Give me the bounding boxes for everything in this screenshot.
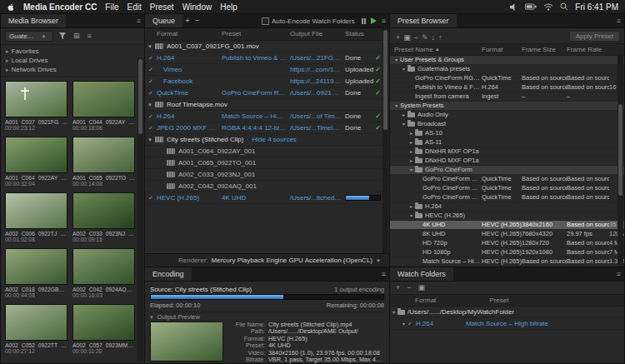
media-item[interactable]: A002_C052_0922TT_001 00:00:27:12: [5, 304, 68, 356]
output-file-link[interactable]: /Users/...itched Clip).mp4: [290, 192, 345, 203]
preset-row[interactable]: HD 1080p HEVC (H.265) 1920x1080 Based on…: [390, 248, 624, 257]
preset-row[interactable]: ▾Broadcast: [390, 120, 624, 129]
video-thumbnail[interactable]: [72, 137, 135, 173]
preset-row[interactable]: Publish to Vimeo & Facebook H.264 Based …: [390, 83, 624, 92]
preset-row[interactable]: HD 720p HEVC (H.265) 1280x720 Based on s…: [390, 239, 624, 248]
renderer-dropdown[interactable]: Mercury Playback Engine GPU Acceleration…: [212, 257, 372, 264]
preset-row[interactable]: ▾User Presets & Groups: [390, 56, 624, 65]
panel-menu-icon[interactable]: ≡: [617, 270, 621, 278]
tab-watch-folders[interactable]: Watch Folders: [390, 267, 453, 281]
menu-file[interactable]: File: [105, 2, 118, 12]
grid-view-icon[interactable]: ⊞: [72, 32, 82, 40]
preset-link[interactable]: Match Source – High bitrate: [466, 320, 548, 327]
queue-scrollbar[interactable]: [382, 28, 388, 253]
media-item[interactable]: A001_C037_0921FG_001 00:00:23:12: [5, 81, 68, 132]
remove-source-button[interactable]: −: [192, 17, 202, 25]
chevron-down-icon[interactable]: ▾: [400, 321, 408, 327]
panel-menu-icon[interactable]: ≡: [382, 270, 386, 278]
media-item[interactable]: A002_C042_0924AQ_001 00:00:16:03: [72, 248, 135, 300]
scrollbar-thumb[interactable]: [618, 104, 622, 196]
queue-source-row[interactable]: ▾ Roof Timelapse.mov: [145, 99, 389, 111]
preset-row[interactable]: ▸AS-10: [390, 129, 624, 138]
queue-subsource-row[interactable]: A002_C033_0923NJ_001: [145, 169, 389, 181]
queue-source-row[interactable]: ▾ A001_C037_0921FG_001.mov: [145, 41, 389, 52]
column-frame-size[interactable]: Frame Size: [522, 44, 567, 55]
chevron-down-icon[interactable]: ▾: [145, 43, 155, 50]
wifi-icon[interactable]: [543, 3, 553, 11]
preset-row[interactable]: GoPro CineForm RGB 12-bit with alpha Qui…: [390, 175, 624, 184]
output-enabled-check[interactable]: ✓: [148, 67, 153, 72]
preset-row[interactable]: ▸DNxHD MXF OP1a: [390, 157, 624, 166]
tree-item-network-drives[interactable]: ▸Network Drives: [1, 65, 144, 74]
tab-preset-browser[interactable]: Preset Browser: [390, 14, 457, 27]
tab-encoding[interactable]: Encoding: [145, 267, 192, 281]
queue-output-row[interactable]: ✓ Vimeo https://...com/184066142 Uploade…: [145, 64, 389, 76]
chevron-down-icon[interactable]: ▾: [390, 309, 398, 315]
list-view-icon[interactable]: ≡: [86, 32, 93, 40]
output-file-link[interactable]: /Users/...of Timelapse.mp4: [290, 111, 345, 122]
filter-icon[interactable]: [58, 32, 68, 41]
media-item[interactable]: A002_C033_0923NJ_001 00:00:09:15: [72, 192, 135, 244]
output-enabled-check[interactable]: ✓: [148, 55, 153, 61]
preset-row[interactable]: 4K UHD HEVC (H.265) 3840x2160 Based on s…: [390, 221, 624, 230]
preset-row[interactable]: ▾Guatemala presets: [390, 65, 624, 74]
battery-icon[interactable]: [525, 3, 537, 10]
chevron-down-icon[interactable]: ▾: [408, 166, 415, 174]
preset-row[interactable]: GoPro CineForm YUV 10-bit QuickTime Base…: [390, 193, 624, 202]
preset-row[interactable]: 8K UHD HEVC (H.265) 7680x4320 29.97 fps …: [390, 230, 624, 239]
video-thumbnail[interactable]: [72, 248, 135, 285]
media-item[interactable]: A002_C018_0922GB_001 00:00:44:08: [5, 248, 68, 300]
format-link[interactable]: HEVC (H.265): [157, 192, 222, 203]
queue-subsource-row[interactable]: A001_C065_0922TO_001: [145, 157, 389, 169]
panel-menu-icon[interactable]: ≡: [137, 17, 141, 25]
tree-item-favorites[interactable]: ▸Favorites: [1, 47, 144, 56]
column-preset[interactable]: Preset: [489, 295, 508, 306]
chevron-right-icon[interactable]: ▸: [400, 111, 408, 119]
format-link[interactable]: H.264: [416, 320, 466, 327]
column-frame-rate[interactable]: Frame Rate: [567, 44, 609, 55]
output-enabled-check[interactable]: ✓: [148, 90, 153, 96]
output-enabled-check[interactable]: ✓: [148, 195, 153, 201]
queue-output-row[interactable]: ✓ QuickTime GoPro CineForm RGB 12-... /U…: [145, 87, 389, 99]
media-browser-scrollbar[interactable]: [138, 57, 143, 362]
video-thumbnail[interactable]: [5, 304, 68, 341]
output-enabled-check[interactable]: ✓: [148, 78, 153, 84]
media-item[interactable]: A001_C044_0922AY_001 00:00:18:06: [72, 81, 135, 132]
search-icon[interactable]: [560, 2, 568, 11]
tab-queue[interactable]: Queue: [145, 14, 182, 27]
output-file-link[interactable]: /Users/...0921FG_001.mov: [290, 87, 345, 98]
start-queue-button[interactable]: [371, 17, 377, 24]
hide-sources-link[interactable]: Hide 4 sources: [252, 136, 296, 143]
delete-preset-icon[interactable]: −: [412, 33, 420, 42]
new-group-icon[interactable]: ▣: [402, 33, 412, 42]
format-link[interactable]: Facebook: [157, 76, 222, 87]
tab-media-browser[interactable]: Media Browser: [1, 14, 66, 27]
format-link[interactable]: H.264: [157, 52, 222, 63]
preset-row[interactable]: ▸Audio Only: [390, 111, 624, 120]
output-enabled-check[interactable]: ✓: [148, 113, 153, 119]
apply-preset-button[interactable]: Apply Preset: [569, 31, 620, 42]
video-thumbnail[interactable]: [5, 192, 68, 229]
export-preset-icon[interactable]: ↑: [437, 33, 444, 42]
queue-output-row[interactable]: ✓ Facebook https://...24119614602283 Upl…: [145, 76, 389, 87]
preset-row[interactable]: GoPro CineForm RGB 12-bit QuickTime Base…: [390, 184, 624, 193]
scrollbar-thumb[interactable]: [138, 59, 142, 134]
media-item[interactable]: A001_C064_0922AY_001 00:00:32:04: [5, 137, 68, 188]
chevron-down-icon[interactable]: ▾: [392, 102, 400, 110]
output-file-link[interactable]: /Users/...21FG_001_1.mp4: [290, 52, 345, 63]
output-enabled-check[interactable]: ✓: [148, 125, 153, 131]
add-watch-folder-icon[interactable]: +: [394, 284, 402, 292]
video-thumbnail[interactable]: [5, 137, 68, 173]
format-link[interactable]: QuickTime: [157, 87, 222, 98]
queue-subsource-row[interactable]: A001_C064_0922AY_001: [145, 146, 389, 157]
pause-queue-button[interactable]: [362, 18, 366, 24]
preset-row[interactable]: ▾System Presets: [390, 102, 624, 111]
queue-output-row[interactable]: ✓ H.264 Publish to Vimeo & Face... /User…: [145, 52, 389, 64]
column-output-file[interactable]: Output File: [290, 28, 345, 40]
chevron-right-icon[interactable]: ▸: [408, 157, 415, 165]
output-enabled-check[interactable]: ✓: [408, 321, 412, 327]
preset-row[interactable]: GoPro CineForm RGB 12-bit with alpha (Al…: [390, 74, 624, 83]
remove-watch-folder-icon[interactable]: −: [405, 284, 412, 292]
queue-source-row[interactable]: ▾ City streets (Stitched Clip) Hide 4 so…: [145, 134, 389, 146]
column-format[interactable]: Format: [415, 295, 436, 306]
